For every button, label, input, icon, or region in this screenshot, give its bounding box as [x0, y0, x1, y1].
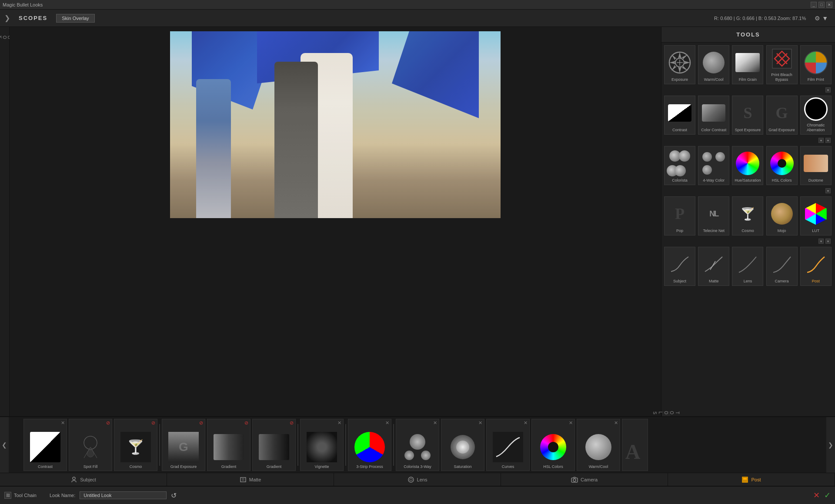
- tool-color-contrast[interactable]: Color Contrast: [698, 96, 729, 135]
- strip-label-gradient2: Gradient: [267, 464, 282, 469]
- strip-icon-spot-fill: [73, 430, 108, 464]
- strip-close-warm-cool[interactable]: ✕: [614, 420, 618, 426]
- 4way-color-label: 4-Way Color: [703, 178, 725, 183]
- tools-title: TOOLS: [736, 31, 760, 38]
- svg-rect-6: [240, 477, 246, 482]
- strip-item-partial-a[interactable]: A: [622, 419, 648, 471]
- tool-film-print[interactable]: Film Print: [800, 45, 832, 84]
- strip-close-gradient2[interactable]: ⊘: [290, 420, 294, 426]
- tool-colorista[interactable]: Colorista: [664, 146, 695, 185]
- strip-item-grad-exposure[interactable]: ⊘ G Grad Exposure: [162, 419, 205, 471]
- strip-close-contrast[interactable]: ✕: [61, 420, 65, 426]
- strip-icon-gradient1: [211, 430, 246, 464]
- strip-close-3strip[interactable]: ✕: [385, 420, 389, 426]
- tab-lens[interactable]: Lens: [334, 473, 501, 486]
- main-layout: L O O K S: [0, 27, 835, 416]
- contrast-icon: [666, 99, 694, 127]
- tool-chromatic-aberration[interactable]: Chromatic Aberration: [800, 96, 832, 135]
- strip-item-warm-cool[interactable]: ✕ Warm/Cool: [577, 419, 620, 471]
- tool-subject[interactable]: Subject: [664, 247, 695, 286]
- tool-4way-color[interactable]: 4-Way Color: [698, 146, 729, 185]
- tool-hsl-colors[interactable]: HSL Colors: [766, 146, 798, 185]
- tool-telecine-net[interactable]: NL Telecine Net: [698, 196, 729, 235]
- cancel-button[interactable]: ✕: [813, 491, 820, 500]
- tool-spot-exposure[interactable]: S Spot Exposure: [732, 96, 763, 135]
- lut-label: LUT: [812, 229, 819, 233]
- tab-camera[interactable]: Camera: [501, 473, 668, 486]
- row4-dropdown-btn[interactable]: ▼: [818, 239, 824, 244]
- minimize-btn[interactable]: _: [811, 2, 817, 8]
- strip-item-gradient1[interactable]: ⊘ Gradient: [207, 419, 250, 471]
- exposure-icon-container: [666, 49, 694, 76]
- tab-post[interactable]: Post: [668, 473, 835, 486]
- color-contrast-label: Color Contrast: [701, 128, 726, 133]
- tools-header: TOOLS: [661, 27, 835, 43]
- strip-item-colorista-3way[interactable]: ✕ Colorista 3-Way: [396, 419, 439, 471]
- strip-left-arrow[interactable]: ❮: [0, 417, 9, 473]
- svg-point-10: [573, 479, 576, 481]
- mojo-label: Mojo: [778, 229, 786, 233]
- tool-exposure[interactable]: Exposure: [664, 45, 695, 84]
- strip-close-saturation[interactable]: ✕: [478, 420, 482, 426]
- look-name-input[interactable]: [80, 491, 167, 499]
- strip-close-gradient1[interactable]: ⊘: [244, 420, 248, 426]
- tool-warm-cool[interactable]: Warm/Cool: [698, 45, 729, 84]
- nav-left-arrow[interactable]: ❯: [4, 14, 10, 22]
- strip-item-spot-fill[interactable]: ⊘ Spot Fill: [69, 419, 112, 471]
- strip-right-arrow[interactable]: ❯: [826, 417, 835, 473]
- strip-close-cosmo[interactable]: ⊘: [151, 420, 155, 426]
- close-btn[interactable]: ✕: [826, 2, 832, 8]
- tool-grad-exposure[interactable]: G Grad Exposure: [766, 96, 798, 135]
- strip-item-cosmo[interactable]: ⊘ 🍸 Cosmo: [114, 419, 157, 471]
- tool-contrast[interactable]: Contrast: [664, 96, 695, 135]
- tab-subject[interactable]: Subject: [0, 473, 167, 486]
- row2-dropdown-btn2[interactable]: ▼: [825, 138, 831, 143]
- tool-mojo[interactable]: Mojo: [766, 196, 798, 235]
- strip-item-contrast[interactable]: ✕ Contrast: [23, 419, 67, 471]
- strip-item-gradient2[interactable]: ⊘ Gradient: [252, 419, 296, 471]
- row3-dropdown-btn[interactable]: ▼: [825, 188, 831, 193]
- strip-close-curves[interactable]: ✕: [524, 420, 528, 426]
- tool-lut[interactable]: LUT: [800, 196, 832, 235]
- tool-matte[interactable]: Matte: [698, 247, 729, 286]
- titlebar: Magic Bullet Looks _ □ ✕: [0, 0, 835, 10]
- tool-hue-saturation[interactable]: Hue/Saturation: [732, 146, 763, 185]
- tools-right-panel[interactable]: TOOLS: [661, 411, 670, 416]
- strip-close-hsl[interactable]: ✕: [569, 420, 573, 426]
- strip-item-hsl-colors[interactable]: ✕ HSL Colors: [531, 419, 575, 471]
- gear-button[interactable]: ⚙ ▼: [815, 15, 828, 22]
- tool-camera[interactable]: Camera: [766, 247, 798, 286]
- tools-row3-dropdown: ▼: [664, 187, 832, 195]
- row1-dropdown-btn[interactable]: ▼: [825, 87, 831, 93]
- strip-close-vignette[interactable]: ✕: [337, 420, 341, 426]
- strip-item-3strip[interactable]: ✕ 3-Strip Process: [348, 419, 391, 471]
- strip-label-saturation: Saturation: [454, 464, 471, 469]
- chromatic-aberration-icon: [802, 96, 830, 122]
- footer: ⛓ Tool Chain Look Name: ↺ ✕ ✓: [0, 486, 835, 504]
- strip-item-vignette[interactable]: ✕ Vignette: [300, 419, 344, 471]
- reset-button[interactable]: ↺: [171, 491, 177, 500]
- tab-matte[interactable]: Matte: [167, 473, 334, 486]
- tools-right-arrow: TOOLS: [652, 411, 680, 416]
- topbar: ❯ SCOPES Skin Overlay R: 0.680 | G: 0.66…: [0, 10, 835, 27]
- strip-close-grad[interactable]: ⊘: [199, 420, 203, 426]
- tool-print-bleach[interactable]: Print Bleach Bypass: [766, 45, 798, 84]
- row4-dropdown-btn2[interactable]: ▼: [825, 239, 831, 244]
- tool-pop[interactable]: P Pop: [664, 196, 695, 235]
- strip-close-spot-fill[interactable]: ⊘: [106, 420, 110, 426]
- skin-overlay-button[interactable]: Skin Overlay: [56, 14, 94, 23]
- strip-close-colorista[interactable]: ✕: [433, 420, 437, 426]
- confirm-button[interactable]: ✓: [824, 491, 831, 500]
- print-bleach-icon: [768, 46, 796, 72]
- tool-post[interactable]: Post: [800, 247, 832, 286]
- tool-cosmo[interactable]: 🍸 Cosmo: [732, 196, 763, 235]
- tool-film-grain[interactable]: Film Grain: [732, 45, 763, 84]
- svg-point-7: [408, 477, 414, 482]
- strip-item-saturation[interactable]: ✕ Saturation: [441, 419, 484, 471]
- maximize-btn[interactable]: □: [818, 2, 825, 8]
- tool-lens[interactable]: Lens: [732, 247, 763, 286]
- window-controls[interactable]: _ □ ✕: [811, 2, 832, 8]
- strip-item-curves[interactable]: ✕ Curves: [486, 419, 530, 471]
- tool-duotone[interactable]: Duotone: [800, 146, 832, 185]
- row2-dropdown-btn[interactable]: ▼: [818, 138, 824, 143]
